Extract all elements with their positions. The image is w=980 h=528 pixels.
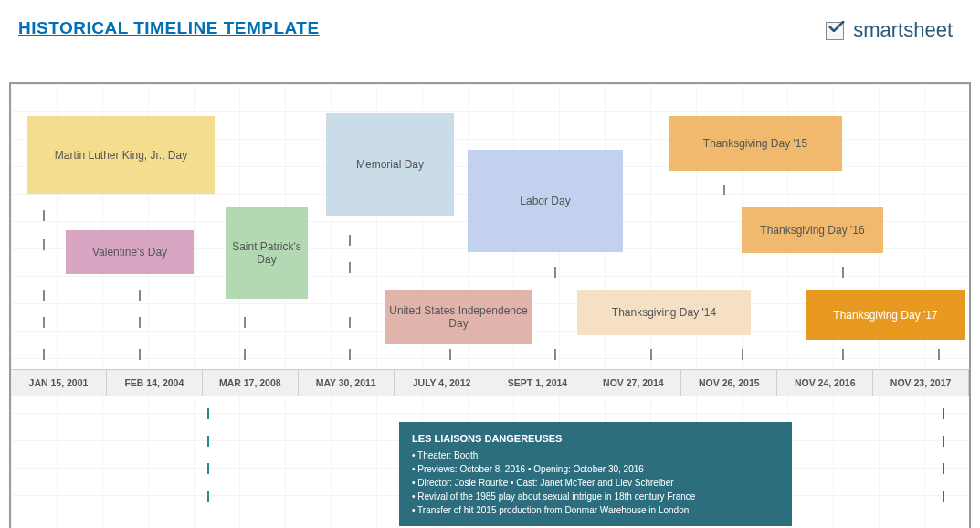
tick (43, 239, 45, 250)
tick (139, 317, 141, 328)
date-cell: JAN 15, 2001 (11, 370, 107, 396)
tick (43, 210, 45, 221)
date-cell: JULY 4, 2012 (395, 370, 490, 396)
date-cell: FEB 14, 2004 (107, 370, 203, 396)
tick (943, 408, 944, 419)
date-cell: NOV 26, 2015 (681, 370, 777, 396)
event-stpatrick: Saint Patrick's Day (226, 207, 308, 299)
tick (938, 349, 940, 360)
tick (207, 491, 209, 502)
date-cell: MAR 17, 2008 (203, 370, 299, 396)
smartsheet-logo: smartsheet (824, 18, 953, 42)
event-independence: United States Independence Day (385, 290, 532, 344)
tick (43, 290, 45, 301)
date-cell: SEPT 1, 2014 (490, 370, 586, 396)
tick (349, 262, 351, 273)
date-cell: MAY 30, 2011 (299, 370, 395, 396)
event-mlk: Martin Luther King, Jr., Day (27, 116, 215, 194)
info-line: • Transfer of hit 2015 production from D… (412, 503, 779, 517)
info-line: • Theater: Booth (412, 449, 779, 462)
tick (554, 267, 556, 278)
date-axis: JAN 15, 2001 FEB 14, 2004 MAR 17, 2008 M… (11, 369, 969, 396)
info-line: • Revival of the 1985 play about sexual … (412, 490, 779, 503)
tick (207, 408, 209, 419)
event-tg14: Thanksgiving Day '14 (577, 290, 751, 335)
tick (842, 267, 844, 278)
tick (943, 491, 944, 502)
event-tg16: Thanksgiving Day '16 (742, 207, 883, 253)
tick (207, 463, 209, 474)
logo-text: smartsheet (853, 18, 953, 42)
event-labor: Labor Day (468, 150, 623, 252)
tick (943, 436, 944, 447)
info-box: LES LIAISONS DANGEREUSES • Theater: Boot… (399, 422, 792, 526)
tick (43, 349, 45, 360)
page-title: HISTORICAL TIMELINE TEMPLATE (18, 18, 320, 38)
tick (842, 349, 844, 360)
tick (650, 349, 652, 360)
tick (139, 290, 141, 301)
header: HISTORICAL TIMELINE TEMPLATE smartsheet (0, 0, 980, 51)
tick (943, 463, 944, 474)
info-title: LES LIAISONS DANGEREUSES (412, 431, 779, 447)
tick (207, 436, 209, 447)
event-valentine: Valentine's Day (66, 230, 194, 274)
tick (349, 235, 351, 246)
timeline-container: Martin Luther King, Jr., Day Valentine's… (9, 82, 971, 528)
date-cell: NOV 23, 2017 (873, 370, 969, 396)
tick (742, 349, 743, 360)
tick (349, 349, 351, 360)
tick (449, 349, 451, 360)
event-tg15: Thanksgiving Day '15 (669, 116, 842, 171)
info-line: • Previews: October 8, 2016 • Opening: O… (412, 462, 779, 476)
event-memorial: Memorial Day (326, 113, 454, 216)
date-cell: NOV 27, 2014 (585, 370, 681, 396)
tick (139, 349, 141, 360)
checkmark-icon (824, 18, 848, 42)
tick (554, 349, 556, 360)
date-cell: NOV 24, 2016 (777, 370, 873, 396)
tick (349, 317, 351, 328)
tick (723, 185, 725, 195)
tick (244, 317, 246, 328)
info-line: • Director: Josie Rourke • Cast: Janet M… (412, 476, 779, 490)
tick (43, 317, 45, 328)
event-tg17: Thanksgiving Day '17 (806, 290, 965, 340)
tick (244, 349, 246, 360)
